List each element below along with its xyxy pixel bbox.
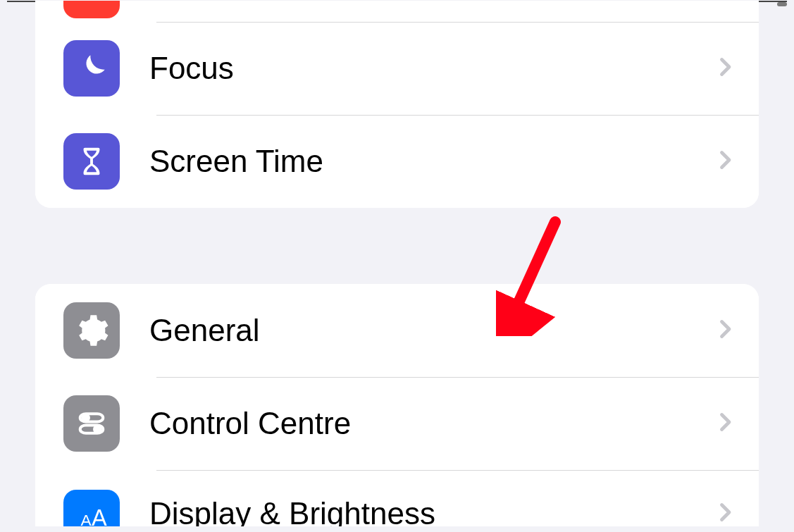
settings-item-general[interactable]: General — [35, 284, 759, 377]
hourglass-icon — [63, 133, 120, 190]
settings-group-system: General Control Centre A — [35, 284, 759, 526]
chevron-right-icon — [712, 316, 738, 345]
group-gap — [7, 208, 787, 284]
settings-item-display-brightness[interactable]: A A Display & Brightness — [35, 470, 759, 526]
settings-viewport: Focus Screen Time General — [7, 1, 787, 532]
sounds-icon — [63, 1, 120, 18]
scrollbar[interactable] — [777, 2, 787, 6]
svg-point-3 — [94, 426, 100, 432]
settings-item-focus[interactable]: Focus — [35, 22, 759, 115]
settings-item-sounds-partial[interactable] — [35, 1, 759, 22]
settings-item-label: Display & Brightness — [149, 496, 712, 526]
svg-point-1 — [83, 415, 89, 421]
settings-item-label: Screen Time — [149, 144, 712, 179]
settings-group-attention: Focus Screen Time — [35, 1, 759, 208]
moon-icon — [63, 40, 120, 97]
chevron-right-icon — [712, 54, 738, 82]
settings-item-label: Focus — [149, 51, 712, 86]
svg-text:A: A — [81, 511, 92, 526]
settings-item-label: General — [149, 313, 712, 348]
chevron-right-icon — [712, 409, 738, 438]
textsize-icon: A A — [63, 490, 120, 526]
toggles-icon — [63, 395, 120, 452]
settings-item-screen-time[interactable]: Screen Time — [35, 115, 759, 208]
chevron-right-icon — [712, 147, 738, 175]
settings-item-control-centre[interactable]: Control Centre — [35, 377, 759, 470]
gear-icon — [63, 302, 120, 359]
settings-item-label: Control Centre — [149, 406, 712, 441]
chevron-right-icon — [712, 500, 738, 526]
svg-text:A: A — [92, 505, 107, 526]
